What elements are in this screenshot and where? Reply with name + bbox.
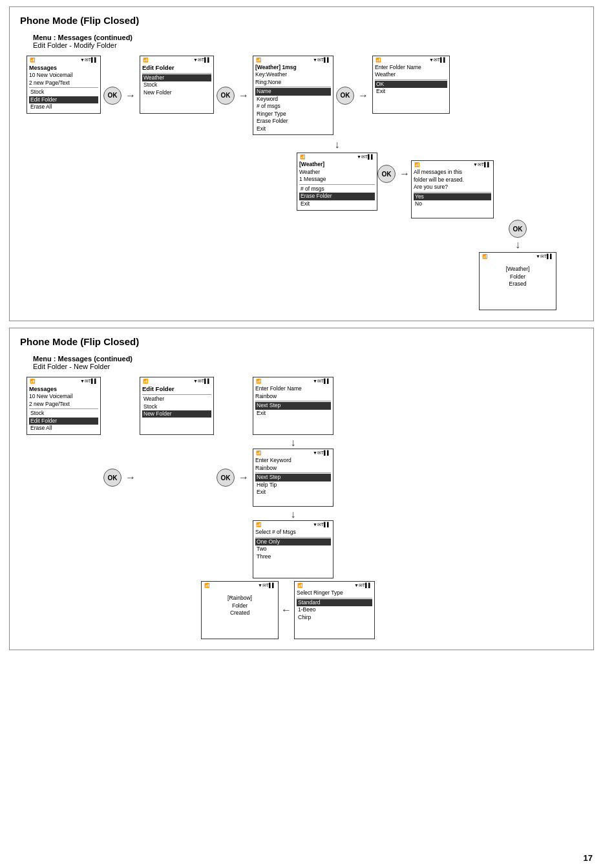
screen-2-4: 📶▼✉T▌▌ Enter Keyword Rainbow Next Step H… <box>253 449 333 507</box>
screen-content: [Weather] Weather 1 Message # of msgs Er… <box>299 161 375 207</box>
status-bar: 📶▼✉T▌▌ <box>375 58 447 63</box>
screen-content: Enter Folder Name Rainbow Next Step Exit <box>255 385 331 417</box>
screen-1-3: 📶▼✉T▌▌ [Weather] 1msg Key:Weather Ring:N… <box>253 56 333 135</box>
section-2-title: Phone Mode (Flip Closed) <box>20 336 583 347</box>
status-bar: 📶▼✉T▌▌ <box>255 450 331 456</box>
section-1-title: Phone Mode (Flip Closed) <box>20 15 583 26</box>
arrow-down-1: ↓ <box>335 139 340 151</box>
arrow-down-3: ↓ <box>291 437 296 449</box>
page-number: 17 <box>584 853 593 863</box>
ok-button-2-2[interactable]: OK <box>217 469 235 487</box>
screen-content: Messages 10 New Voicemail 2 new Page/Tex… <box>29 385 98 432</box>
status-bar: 📶▼✉T▌▌ <box>481 254 554 259</box>
screen-content: Messages 10 New Voicemail 2 new Page/Tex… <box>29 64 98 111</box>
screen-content: All messages in this folder will be eras… <box>414 169 491 207</box>
ok-button-6[interactable]: OK <box>509 220 527 238</box>
status-bar: 📶▼✉T▌▌ <box>204 583 276 588</box>
screen-1-7: 📶▼✉T▌▌ [Weather] Folder Erased <box>479 252 556 310</box>
screen-2-2: 📶▼✉T▌▌ Edit Folder Weather Stock New Fol… <box>140 377 214 435</box>
arrow-2-1: → <box>125 472 136 483</box>
screen-content: [Rainbow] Folder Created <box>204 589 276 622</box>
screen-2-3: 📶▼✉T▌▌ Enter Folder Name Rainbow Next St… <box>253 377 333 435</box>
section-2-subtitle: Menu : Messages (continued) Edit Folder … <box>33 355 583 370</box>
ok-button-2[interactable]: OK <box>217 87 235 105</box>
arrow-2-2: → <box>238 472 249 483</box>
arrow-1: → <box>125 90 136 101</box>
screen-1-5: 📶▼✉T▌▌ [Weather] Weather 1 Message # of … <box>297 153 377 211</box>
section-1: Phone Mode (Flip Closed) Menu : Messages… <box>9 6 594 321</box>
status-bar: 📶▼✉T▌▌ <box>255 58 331 63</box>
ok-button-1[interactable]: OK <box>103 87 122 105</box>
arrow-2: → <box>238 90 249 101</box>
status-bar: 📶▼✉T▌▌ <box>142 379 211 384</box>
screen-2-6: 📶▼✉T▌▌ Select Ringer Type Standard 1-Bee… <box>294 581 375 639</box>
ok-button-2-1[interactable]: OK <box>103 469 122 487</box>
screen-2-7: 📶▼✉T▌▌ [Rainbow] Folder Created <box>201 581 279 639</box>
screen-1-6: 📶▼✉T▌▌ All messages in this folder will … <box>411 160 494 218</box>
screen-content: Enter Keyword Rainbow Next Step Help Tip… <box>255 457 331 496</box>
screen-content: Select # of Msgs One Only Two Three <box>255 529 331 560</box>
status-bar: 📶▼✉T▌▌ <box>255 379 331 384</box>
arrow-5: → <box>399 168 410 180</box>
status-bar: 📶▼✉T▌▌ <box>142 58 211 63</box>
section-1-subtitle: Menu : Messages (continued) Edit Folder … <box>33 34 583 49</box>
status-bar: 📶▼✉T▌▌ <box>297 583 372 588</box>
screen-1-4: 📶▼✉T▌▌ Enter Folder Name Weather OK Exit <box>372 56 450 114</box>
screen-2-1: 📶▼✉T▌▌ Messages 10 New Voicemail 2 new P… <box>26 377 101 435</box>
screen-2-5: 📶▼✉T▌▌ Select # of Msgs One Only Two Thr… <box>253 520 333 578</box>
status-bar: 📶▼✉T▌▌ <box>29 58 98 63</box>
ok-button-3[interactable]: OK <box>336 87 354 105</box>
section-2: Phone Mode (Flip Closed) Menu : Messages… <box>9 328 594 650</box>
screen-1-2: 📶▼✉T▌▌ Edit Folder Weather Stock New Fol… <box>140 56 214 114</box>
status-bar: 📶▼✉T▌▌ <box>299 154 375 160</box>
arrow-left-1: ← <box>281 604 291 616</box>
ok-button-5[interactable]: OK <box>377 165 396 183</box>
screen-content: Enter Folder Name Weather OK Exit <box>375 64 447 96</box>
screen-content: [Weather] 1msg Key:Weather Ring:None Nam… <box>255 64 331 132</box>
arrow-3: → <box>358 90 368 101</box>
screen-content: Edit Folder Weather Stock New Folder <box>142 385 211 418</box>
screen-content: Edit Folder Weather Stock New Folder <box>142 64 211 96</box>
screen-1-1: 📶▼✉T▌▌ Messages 10 New Voicemail 2 new P… <box>26 56 101 114</box>
screen-content: Select Ringer Type Standard 1-Beeo Chirp <box>297 589 372 621</box>
arrow-down-2: ↓ <box>515 239 520 251</box>
status-bar: 📶▼✉T▌▌ <box>29 379 98 384</box>
arrow-down-4: ↓ <box>291 509 296 520</box>
screen-content: [Weather] Folder Erased <box>481 260 554 293</box>
status-bar: 📶▼✉T▌▌ <box>414 162 491 167</box>
status-bar: 📶▼✉T▌▌ <box>255 522 331 527</box>
